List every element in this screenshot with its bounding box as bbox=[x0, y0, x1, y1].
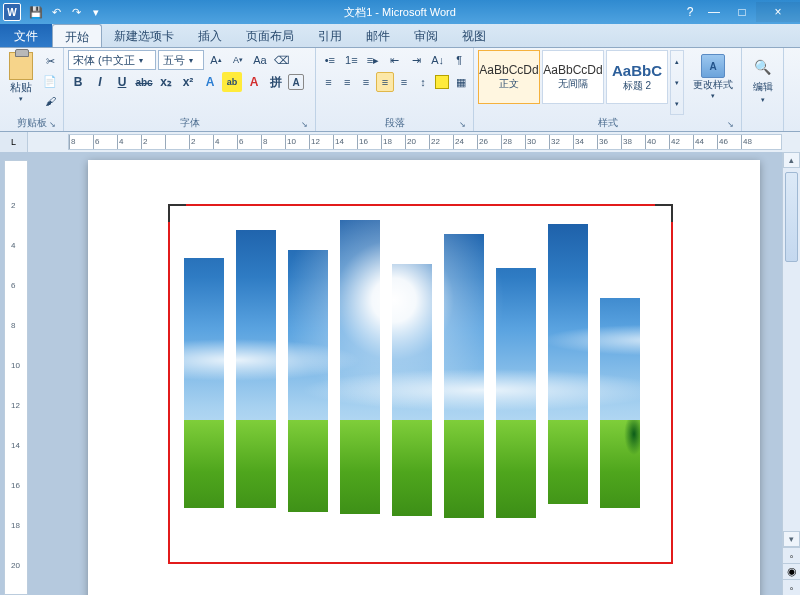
font-color-button[interactable]: A bbox=[244, 72, 264, 92]
chevron-down-icon: ▾ bbox=[19, 95, 23, 103]
next-page-button[interactable]: ◦ bbox=[783, 579, 800, 595]
minimize-button[interactable]: — bbox=[700, 2, 728, 22]
inserted-picture[interactable] bbox=[184, 220, 658, 550]
paste-button[interactable]: 粘贴 ▾ bbox=[4, 50, 37, 115]
phonetic-button[interactable]: 拼 bbox=[266, 72, 286, 92]
increase-indent-button[interactable]: ⇥ bbox=[406, 50, 426, 70]
underline-button[interactable]: U bbox=[112, 72, 132, 92]
horizontal-ruler[interactable]: 8642246810121416182022242628303234363840… bbox=[68, 134, 782, 150]
paragraph-launcher[interactable]: ↘ bbox=[457, 120, 467, 130]
subscript-button[interactable]: x₂ bbox=[156, 72, 176, 92]
font-size-combo[interactable]: 五号▾ bbox=[158, 50, 204, 70]
vertical-ruler[interactable]: 2468101214161820 bbox=[4, 160, 28, 595]
group-editing: 🔍 编辑 ▾ bbox=[742, 48, 784, 131]
text-effects-button[interactable]: A bbox=[200, 72, 220, 92]
style-preview: AaBbC bbox=[612, 62, 662, 79]
chevron-down-icon: ▾ bbox=[761, 96, 765, 104]
document-page[interactable] bbox=[88, 160, 760, 595]
group-paragraph: •≡ 1≡ ≡▸ ⇤ ⇥ A↓ ¶ ≡ ≡ ≡ ≡ ≡ ↕ ▦ 段落 ↘ bbox=[316, 48, 474, 131]
font-family-value: 宋体 (中文正 bbox=[73, 53, 135, 68]
document-area: 2468101214161820 ▴ ▾ ◦ ◉ ◦ bbox=[0, 152, 800, 595]
highlight-button[interactable]: ab bbox=[222, 72, 242, 92]
sort-button[interactable]: A↓ bbox=[428, 50, 448, 70]
change-styles-label: 更改样式 bbox=[693, 78, 733, 92]
align-left-button[interactable]: ≡ bbox=[320, 72, 337, 92]
ribbon-tabs: 文件 开始 新建选项卡 插入 页面布局 引用 邮件 审阅 视图 bbox=[0, 24, 800, 48]
bullets-button[interactable]: •≡ bbox=[320, 50, 340, 70]
multilevel-button[interactable]: ≡▸ bbox=[363, 50, 383, 70]
grow-font-button[interactable]: A▴ bbox=[206, 50, 226, 70]
shrink-font-button[interactable]: A▾ bbox=[228, 50, 248, 70]
font-launcher[interactable]: ↘ bbox=[299, 120, 309, 130]
style-no-spacing[interactable]: AaBbCcDd 无间隔 bbox=[542, 50, 604, 104]
file-tab[interactable]: 文件 bbox=[0, 24, 52, 47]
close-button[interactable]: × bbox=[756, 2, 800, 22]
vertical-scrollbar: ▴ ▾ ◦ ◉ ◦ bbox=[782, 152, 800, 595]
scroll-track[interactable] bbox=[783, 168, 800, 531]
numbering-button[interactable]: 1≡ bbox=[342, 50, 362, 70]
bold-button[interactable]: B bbox=[68, 72, 88, 92]
tab-references[interactable]: 引用 bbox=[306, 24, 354, 47]
change-styles-button[interactable]: A 更改样式 ▾ bbox=[690, 50, 736, 115]
tab-new[interactable]: 新建选项卡 bbox=[102, 24, 186, 47]
shading-button[interactable] bbox=[433, 72, 450, 92]
scroll-down-button[interactable]: ▾ bbox=[783, 531, 800, 547]
shading-swatch-icon bbox=[435, 75, 449, 89]
save-button[interactable]: 💾 bbox=[28, 4, 44, 20]
font-family-combo[interactable]: 宋体 (中文正▾ bbox=[68, 50, 156, 70]
ribbon-help-button[interactable]: ? bbox=[680, 2, 700, 22]
image-strip bbox=[600, 298, 640, 508]
image-strip bbox=[496, 268, 536, 518]
align-right-button[interactable]: ≡ bbox=[358, 72, 375, 92]
ruler-area: L 86422468101214161820222426283032343638… bbox=[0, 132, 800, 152]
copy-button[interactable]: 📄 bbox=[41, 72, 59, 90]
show-marks-button[interactable]: ¶ bbox=[449, 50, 469, 70]
image-strip bbox=[184, 258, 224, 508]
tab-view[interactable]: 视图 bbox=[450, 24, 498, 47]
expand-icon: ▾ bbox=[671, 100, 683, 108]
title-bar: W 💾 ↶ ↷ ▾ 文档1 - Microsoft Word ? — □ × bbox=[0, 0, 800, 24]
styles-launcher[interactable]: ↘ bbox=[725, 120, 735, 130]
change-case-button[interactable]: Aa bbox=[250, 50, 270, 70]
borders-button[interactable]: ▦ bbox=[452, 72, 469, 92]
style-normal[interactable]: AaBbCcDd 正文 bbox=[478, 50, 540, 104]
browse-object-button[interactable]: ◉ bbox=[783, 563, 800, 579]
editing-menu-button[interactable]: 🔍 编辑 ▾ bbox=[746, 50, 779, 129]
line-spacing-button[interactable]: ↕ bbox=[414, 72, 431, 92]
style-name: 标题 2 bbox=[623, 79, 651, 93]
undo-button[interactable]: ↶ bbox=[48, 4, 64, 20]
prev-page-button[interactable]: ◦ bbox=[783, 547, 800, 563]
style-heading2[interactable]: AaBbC 标题 2 bbox=[606, 50, 668, 104]
cut-button[interactable]: ✂ bbox=[41, 52, 59, 70]
format-painter-button[interactable]: 🖌 bbox=[41, 92, 59, 110]
group-font: 宋体 (中文正▾ 五号▾ A▴ A▾ Aa ⌫ B I U abc x₂ x² … bbox=[64, 48, 316, 131]
clear-format-button[interactable]: ⌫ bbox=[272, 50, 292, 70]
paste-icon bbox=[9, 52, 33, 80]
find-icon: 🔍 bbox=[752, 56, 774, 78]
maximize-button[interactable]: □ bbox=[728, 2, 756, 22]
word-logo-icon: W bbox=[3, 3, 21, 21]
scroll-thumb[interactable] bbox=[785, 172, 798, 262]
clipboard-launcher[interactable]: ↘ bbox=[47, 120, 57, 130]
superscript-button[interactable]: x² bbox=[178, 72, 198, 92]
window-controls: ? — □ × bbox=[680, 2, 800, 22]
decrease-indent-button[interactable]: ⇤ bbox=[385, 50, 405, 70]
styles-more-button[interactable]: ▴ ▾ ▾ bbox=[670, 50, 684, 115]
align-justify-button[interactable]: ≡ bbox=[376, 72, 393, 92]
tab-review[interactable]: 审阅 bbox=[402, 24, 450, 47]
tab-insert[interactable]: 插入 bbox=[186, 24, 234, 47]
tab-mailings[interactable]: 邮件 bbox=[354, 24, 402, 47]
font-size-value: 五号 bbox=[163, 53, 185, 68]
align-distribute-button[interactable]: ≡ bbox=[396, 72, 413, 92]
italic-button[interactable]: I bbox=[90, 72, 110, 92]
qat-more-button[interactable]: ▾ bbox=[88, 4, 104, 20]
align-center-button[interactable]: ≡ bbox=[339, 72, 356, 92]
scroll-up-button[interactable]: ▴ bbox=[783, 152, 800, 168]
redo-button[interactable]: ↷ bbox=[68, 4, 84, 20]
tab-layout[interactable]: 页面布局 bbox=[234, 24, 306, 47]
tab-selector[interactable]: L bbox=[0, 132, 28, 152]
image-strip bbox=[392, 264, 432, 516]
tab-home[interactable]: 开始 bbox=[52, 24, 102, 47]
char-border-button[interactable]: A bbox=[288, 74, 304, 90]
strike-button[interactable]: abc bbox=[134, 72, 154, 92]
